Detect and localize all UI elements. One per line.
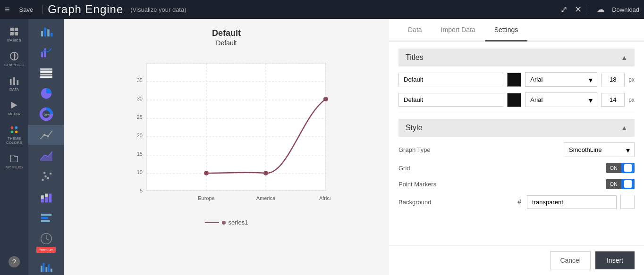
svg-point-12 [15,131,18,133]
point-markers-slider [621,179,635,189]
title-color-swatch[interactable] [507,73,521,87]
background-label: Background [398,199,455,206]
point-markers-label: Point Markers [398,181,455,188]
svg-point-11 [11,131,14,133]
svg-text:Africa: Africa [319,195,330,201]
legend-label: series1 [229,219,248,226]
background-color-swatch[interactable] [620,195,635,209]
svg-rect-34 [41,199,43,203]
svg-rect-47 [45,267,47,272]
icon-table[interactable] [28,63,64,83]
chart-legend: series1 [205,219,248,226]
svg-point-29 [42,179,44,181]
grid-row: Grid ON [398,163,635,173]
sidebar-item-media[interactable]: MEDIA [0,96,28,120]
svg-rect-20 [40,71,52,73]
svg-point-27 [43,134,46,136]
title-font-select[interactable]: Arial Times New Roman Helvetica [525,72,597,87]
title-px-label: px [628,76,635,83]
close-icon[interactable]: ✕ [575,4,582,15]
sidebar-item-graphics-label: GRAPHICS [4,63,24,67]
chart-subtitle: Default [216,39,237,47]
main-layout: BASICS GRAPHICS DATA MEDIA THEME COLORS … [0,19,644,275]
app-subtitle: (Visualize your data) [130,6,186,13]
cloud-icon: ☁ [596,4,605,15]
icon-grouped-bar[interactable] [28,257,64,275]
icon-area-chart[interactable] [28,146,64,166]
svg-rect-21 [40,74,52,75]
tab-import-data[interactable]: Import Data [432,19,485,41]
svg-rect-14 [44,28,46,37]
svg-rect-6 [13,77,15,85]
legend-dot [222,221,226,225]
title-text-input[interactable] [398,73,503,86]
tab-settings[interactable]: Settings [485,19,528,41]
subtitle-font-select[interactable]: Arial Times New Roman [525,92,597,107]
sidebar-item-graphics[interactable]: GRAPHICS [0,47,28,71]
icon-donut-chart[interactable]: 35% [28,104,64,124]
grid-toggle[interactable]: ON [606,163,635,173]
chart-svg: 5 10 15 20 25 30 35 Europe America Afric… [123,54,330,214]
sidebar-item-theme-colors[interactable]: THEME COLORS [0,121,28,149]
sidebar-item-basics[interactable]: BASICS [0,23,28,46]
icon-mixed-chart[interactable] [28,42,64,62]
svg-point-79 [204,171,209,175]
grid-toggle-on-label: ON [606,163,622,173]
chart-area: Default Default 5 10 [64,19,389,275]
help-button[interactable]: ? [6,252,22,271]
save-button[interactable]: Save [15,6,38,13]
section-titles[interactable]: Titles ▲ [398,49,635,67]
svg-text:15: 15 [136,151,142,157]
fullscreen-icon[interactable]: ⤢ [560,4,568,15]
svg-rect-41 [41,220,50,223]
svg-point-28 [47,135,49,138]
icon-scatter[interactable] [28,167,64,186]
svg-point-80 [263,171,268,175]
grid-toggle-slider [621,163,635,173]
background-hash: # [517,198,523,206]
graph-type-row: Graph Type SmoothLine Line Bar Area Pie [398,142,635,157]
svg-rect-3 [15,32,18,35]
section-style[interactable]: Style ▲ [398,119,635,137]
graph-type-select[interactable]: SmoothLine Line Bar Area Pie [564,142,635,157]
top-bar-icons: ⤢ ✕ ☁ Download [560,4,639,15]
svg-rect-48 [48,265,50,272]
subtitle-text-input[interactable] [398,93,503,107]
background-value-input[interactable] [527,195,617,209]
svg-rect-1 [15,28,18,31]
sidebar-item-data[interactable]: DATA [0,72,28,95]
menu-icon[interactable]: ≡ [5,5,10,15]
cancel-button[interactable]: Cancel [550,251,591,269]
subtitle-size-input[interactable] [601,93,625,107]
sidebar-item-my-files-label: MY FILES [6,165,23,169]
svg-line-44 [46,239,49,240]
svg-text:Europe: Europe [198,195,214,201]
icon-pie-chart[interactable] [28,83,64,103]
subtitle-color-swatch[interactable] [507,93,521,107]
svg-rect-40 [41,217,48,219]
sidebar: BASICS GRAPHICS DATA MEDIA THEME COLORS … [0,19,28,275]
download-button[interactable]: Download [612,6,639,13]
section-titles-label: Titles [406,53,424,62]
tab-data[interactable]: Data [398,19,432,41]
svg-rect-57 [146,63,326,191]
icon-stacked-bar[interactable] [28,187,64,207]
chart-container: 5 10 15 20 25 30 35 Europe America Afric… [123,54,330,214]
svg-point-9 [11,126,14,129]
icon-horiz-bar[interactable] [28,208,64,228]
icon-clock-premium[interactable]: Premium [28,229,64,256]
svg-text:35: 35 [136,77,142,83]
icon-line-chart[interactable] [28,125,64,145]
sidebar-item-basics-label: BASICS [7,38,21,42]
icon-bar-chart[interactable] [28,21,64,41]
insert-button[interactable]: Insert [595,251,635,269]
point-markers-toggle[interactable]: ON [606,179,635,189]
sidebar-item-theme-colors-label: THEME COLORS [2,136,26,145]
sidebar-item-data-label: DATA [9,87,19,92]
sidebar-item-my-files[interactable]: MY FILES [0,150,28,173]
svg-rect-35 [41,195,43,199]
point-markers-on-label: ON [606,179,622,189]
svg-text:35%: 35% [44,113,50,116]
svg-rect-39 [41,214,51,216]
title-size-input[interactable] [601,73,625,86]
